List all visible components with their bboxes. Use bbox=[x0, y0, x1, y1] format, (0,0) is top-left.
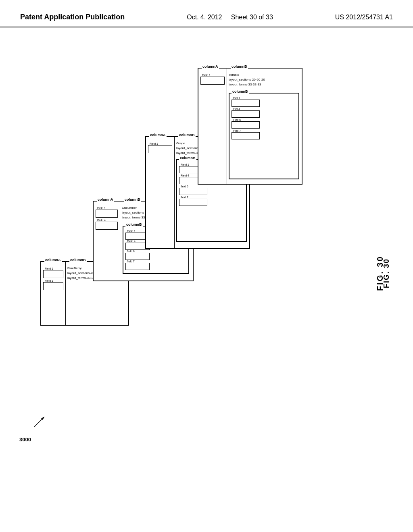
publication-title: Patent Application Publication bbox=[20, 12, 125, 22]
tomato-inner-field1: Fiel 1 bbox=[232, 100, 260, 107]
blueberry-field2: Field 1 bbox=[43, 282, 63, 290]
cucumber-field2: Field 4 bbox=[96, 222, 118, 230]
publication-date: Oct. 4, 2012 bbox=[187, 14, 222, 21]
fig-label: FIG. 30 bbox=[375, 256, 385, 291]
blueberry-field1: Field 1 bbox=[43, 270, 63, 278]
cucumber-colA-label: columnA bbox=[97, 197, 114, 202]
grape-inner-field6: field 6 bbox=[179, 188, 207, 195]
tomato-inner-field7: Fiec 7 bbox=[232, 132, 260, 139]
sheet-number: Sheet 30 of 33 bbox=[231, 14, 273, 21]
patent-number: US 2012/254731 A1 bbox=[335, 12, 393, 23]
tomato-content: Tomato layout_sections-20-60-20 layout_f… bbox=[229, 73, 265, 87]
ref-arrow bbox=[32, 413, 48, 430]
blueberry-colA-label: columnA bbox=[44, 258, 62, 262]
fig-label-container: FIG. 30 bbox=[375, 256, 385, 291]
cucumber-field1: Field 1 bbox=[96, 210, 118, 218]
tomato-inner-field4: Fiel 4 bbox=[232, 110, 260, 118]
tomato-box: columnA columnB Tomato layout_sections-2… bbox=[198, 68, 302, 185]
header-date-sheet: Oct. 4, 2012 Sheet 30 of 33 bbox=[187, 12, 273, 23]
tomato-colB-label: columnB bbox=[231, 64, 248, 69]
tomato-inner-field6: Fiec 6 bbox=[232, 121, 260, 129]
ref-3000-label: 3000 bbox=[19, 436, 31, 443]
grape-inner-field7: field 7 bbox=[179, 199, 207, 206]
cucumber-inner-field6: field 6 bbox=[125, 253, 150, 260]
grape-colB-label: columnB bbox=[178, 133, 196, 137]
grape-field1: Field 1 bbox=[148, 145, 172, 153]
blueberry-colB-label: columnB bbox=[69, 258, 87, 262]
page-header: Patent Application Publication Oct. 4, 2… bbox=[0, 0, 413, 27]
tomato-inner-box: columnB Fiel 1 Fiel 4 Fiec 6 Fiec 7 bbox=[229, 93, 299, 179]
grape-colA-label: columnA bbox=[149, 133, 167, 137]
tomato-colA-label: columnA bbox=[202, 64, 219, 69]
tomato-field1: Field 1 bbox=[200, 77, 225, 85]
cucumber-inner-field7: field 7 bbox=[125, 263, 150, 270]
main-content: 3000 FIG. 30 columnA columnB BlueBerry l… bbox=[0, 27, 413, 519]
cucumber-colB-label: columnB bbox=[124, 197, 141, 202]
